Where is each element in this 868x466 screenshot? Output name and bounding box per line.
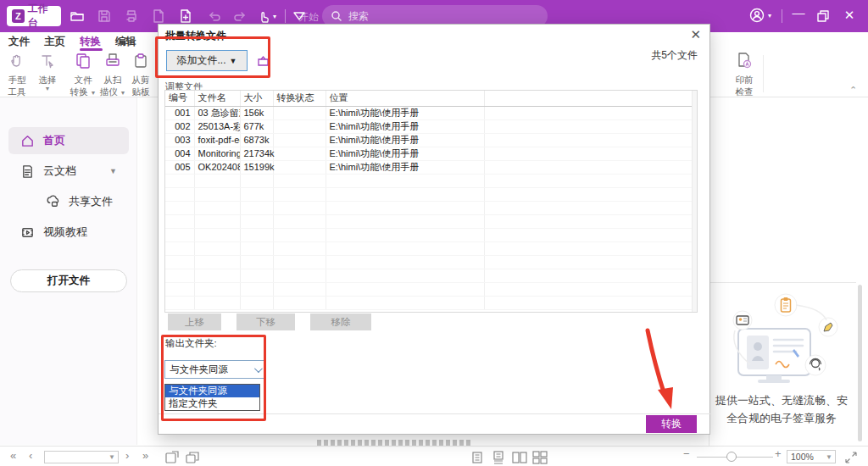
account-caret-icon[interactable]: ▾: [768, 12, 771, 19]
sidebar-item-shared-files[interactable]: 共享文件: [8, 188, 129, 215]
table-row[interactable]: 004Monitoring21734kE:\himi\功能\使用手册: [165, 147, 697, 160]
continuous-view-icon[interactable]: [491, 451, 506, 464]
col-header-status[interactable]: 转换状态: [273, 91, 326, 106]
col-header-filename[interactable]: 文件名: [194, 91, 240, 106]
hand-pointer-icon[interactable]: [256, 8, 271, 24]
table-row-empty: [165, 228, 697, 241]
convert-button[interactable]: 转换: [646, 415, 697, 433]
file-table[interactable]: 编号 文件名 大小 转换状态 位置 00103 急诊留观156kE:\himi\…: [164, 90, 698, 313]
table-cell: [240, 296, 273, 309]
redo-icon[interactable]: [232, 8, 248, 24]
new-document-icon[interactable]: [178, 8, 193, 24]
menu-edit[interactable]: 编辑: [115, 35, 136, 49]
table-row[interactable]: 00225013A-彩677kE:\himi\功能\使用手册: [165, 119, 697, 133]
table-cell: [484, 106, 697, 119]
snapshot-icon[interactable]: [164, 451, 180, 464]
zoom-caret-icon: ▼: [826, 453, 832, 461]
start-menu-label[interactable]: 开始: [298, 10, 319, 25]
menu-convert[interactable]: 转换: [80, 35, 101, 49]
zoom-in-button[interactable]: +: [775, 447, 782, 460]
workspace-button[interactable]: Z 工作台: [7, 6, 61, 26]
file-convert-caret-icon: ▼: [90, 90, 96, 96]
table-cell: [484, 201, 697, 214]
table-cell: [240, 269, 273, 282]
move-up-button[interactable]: 上移: [168, 313, 221, 330]
file-convert-button[interactable]: 文件 转换 ▼: [68, 52, 98, 97]
export-file-icon[interactable]: [151, 8, 166, 24]
account-avatar-icon[interactable]: [749, 8, 765, 23]
sidebar-item-video-tutorial[interactable]: 视频教程: [8, 219, 129, 246]
output-folder-label: 输出文件夹:: [165, 337, 217, 350]
table-cell: 03 急诊留观: [194, 106, 240, 119]
col-header-size[interactable]: 大小: [240, 91, 273, 106]
first-page-button[interactable]: «: [10, 449, 16, 462]
sidebar-item-cloud-docs[interactable]: 云文档 ▼: [8, 158, 129, 185]
minimize-button[interactable]: —: [790, 5, 807, 19]
facing-view-icon[interactable]: [512, 451, 527, 464]
zoom-out-button[interactable]: −: [683, 447, 690, 460]
add-files-button[interactable]: 添加文件... ▼: [166, 50, 248, 71]
table-row[interactable]: 005OK202408 E15199kE:\himi\功能\使用手册: [165, 160, 697, 174]
dropdown-option-specify-folder[interactable]: 指定文件夹: [165, 397, 259, 410]
open-folder-icon[interactable]: [70, 8, 85, 24]
table-row[interactable]: 00103 急诊留观156kE:\himi\功能\使用手册: [165, 106, 697, 119]
zoom-slider-thumb[interactable]: [726, 452, 737, 462]
table-scrollbar[interactable]: [692, 91, 697, 312]
move-down-button[interactable]: 下移: [236, 313, 295, 330]
vertical-scrollbar[interactable]: [858, 285, 862, 441]
table-cell: [273, 106, 326, 119]
open-folder-tool-icon[interactable]: [257, 54, 270, 67]
cloud-docs-caret-icon[interactable]: ▼: [109, 167, 117, 175]
output-folder-select[interactable]: 与文件夹同源: [164, 360, 265, 379]
menu-home[interactable]: 主页: [44, 35, 65, 49]
collapse-ribbon-icon[interactable]: ⌃: [849, 85, 857, 96]
fullscreen-icon[interactable]: [844, 451, 858, 464]
select-tool-button[interactable]: 选择 ▼: [32, 52, 63, 92]
table-cell: Monitoring: [194, 147, 240, 160]
table-row-empty: [165, 296, 697, 309]
save-icon[interactable]: [97, 8, 112, 24]
sidebar-item-home[interactable]: 首页: [8, 127, 129, 154]
facing-continuous-view-icon[interactable]: [532, 451, 548, 464]
from-scanner-button[interactable]: 从扫 描仪 ▼: [97, 52, 128, 97]
restore-button[interactable]: [815, 8, 831, 24]
table-cell: [273, 133, 326, 147]
last-page-button[interactable]: »: [142, 449, 148, 462]
undo-icon[interactable]: [207, 8, 222, 24]
search-icon: [331, 10, 342, 22]
next-page-button[interactable]: ›: [125, 449, 129, 462]
table-cell: 677k: [240, 119, 273, 133]
single-page-view-icon[interactable]: [470, 451, 485, 464]
hand-tool-caret-icon[interactable]: ▾: [273, 13, 276, 20]
preflight-button[interactable]: 印前 检查: [727, 52, 761, 97]
previous-page-button[interactable]: ‹: [29, 449, 32, 462]
dropdown-option-same-folder[interactable]: 与文件夹同源: [165, 385, 259, 397]
remove-button[interactable]: 移除: [310, 313, 371, 330]
hand-tool-button[interactable]: 手型 工具: [2, 52, 32, 97]
table-cell: [273, 282, 326, 296]
from-clipboard-button[interactable]: 从剪 贴板: [125, 52, 156, 97]
dialog-close-icon[interactable]: ✕: [690, 27, 701, 42]
table-cell: [165, 282, 194, 296]
col-header-number[interactable]: 编号: [165, 91, 194, 106]
zoom-level-select[interactable]: 100% ▼: [787, 450, 836, 463]
menu-file[interactable]: 文件: [8, 35, 30, 49]
print-icon[interactable]: [124, 8, 139, 24]
table-cell: [165, 214, 194, 228]
table-cell: [194, 255, 240, 269]
window-divider: [782, 9, 782, 23]
clipboard-icon: [131, 52, 150, 70]
close-button[interactable]: ✕: [841, 8, 858, 23]
table-cell: [273, 201, 326, 214]
table-cell: [165, 228, 194, 241]
page-number-input[interactable]: ▼: [44, 451, 119, 463]
table-row-empty: [165, 201, 697, 214]
table-row-empty: [165, 255, 697, 269]
esign-illustration: [720, 293, 847, 391]
table-cell: E:\himi\功能\使用手册: [326, 133, 484, 147]
open-file-button[interactable]: 打开文件: [10, 269, 127, 292]
col-header-location[interactable]: 位置: [326, 91, 484, 106]
clipboard-pages-icon[interactable]: [185, 451, 200, 464]
table-row[interactable]: 003foxit-pdf-ed6873kE:\himi\功能\使用手册: [165, 133, 697, 147]
dialog-footer-divider: [159, 413, 711, 414]
